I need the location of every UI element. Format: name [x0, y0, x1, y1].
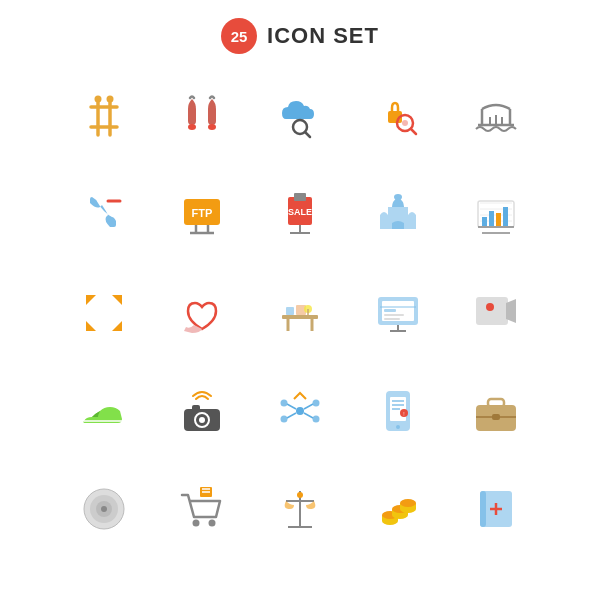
- svg-line-12: [411, 129, 416, 134]
- svg-line-9: [305, 132, 310, 137]
- wifi-camera-icon: [157, 366, 247, 456]
- mosque-icon: [353, 170, 443, 260]
- svg-rect-85: [492, 414, 500, 420]
- medical-book-icon: [451, 464, 541, 554]
- svg-point-63: [199, 417, 205, 423]
- page-title: Icon Set: [267, 23, 379, 49]
- svg-point-69: [313, 416, 320, 423]
- svg-line-72: [287, 413, 296, 418]
- svg-rect-37: [482, 217, 487, 226]
- svg-text:SALE: SALE: [288, 207, 312, 217]
- svg-point-4: [95, 96, 102, 103]
- svg-point-65: [296, 407, 304, 415]
- tools-icon: [59, 72, 149, 162]
- svg-rect-83: [488, 399, 504, 407]
- count-badge: 25: [221, 18, 257, 54]
- svg-rect-43: [282, 315, 318, 319]
- briefcase-icon: [451, 366, 541, 456]
- svg-point-90: [193, 520, 200, 527]
- svg-point-7: [208, 124, 216, 130]
- svg-line-70: [287, 404, 296, 409]
- network-icon: [255, 366, 345, 456]
- svg-point-89: [101, 506, 107, 512]
- page-header: 25 Icon Set: [221, 18, 379, 54]
- chart-icon: [451, 170, 541, 260]
- svg-rect-55: [384, 318, 400, 320]
- video-icon: [451, 268, 541, 358]
- ftp-icon: FTP: [157, 170, 247, 260]
- svg-point-76: [396, 425, 400, 429]
- svg-rect-49: [286, 307, 294, 315]
- cart-icon: [157, 464, 247, 554]
- svg-point-67: [313, 400, 320, 407]
- expand-icon: [59, 268, 149, 358]
- svg-point-107: [400, 499, 416, 507]
- cloud-search-icon: [255, 72, 345, 162]
- svg-rect-58: [476, 297, 508, 325]
- svg-rect-39: [496, 213, 501, 226]
- svg-text:FTP: FTP: [192, 207, 213, 219]
- svg-rect-64: [192, 405, 200, 411]
- security-search-icon: [353, 72, 443, 162]
- icon-grid: FTP SALE: [39, 72, 561, 554]
- svg-rect-54: [384, 314, 404, 316]
- svg-point-6: [188, 124, 196, 130]
- sale-icon: SALE: [255, 170, 345, 260]
- svg-point-13: [402, 120, 408, 126]
- monitor-icon: [353, 268, 443, 358]
- coins-icon: [353, 464, 443, 554]
- svg-point-66: [281, 400, 288, 407]
- shoe-icon: [59, 366, 149, 456]
- svg-point-60: [486, 303, 494, 311]
- justice-icon: [255, 464, 345, 554]
- disc-icon: [59, 464, 149, 554]
- svg-point-5: [107, 96, 114, 103]
- mobile-list-icon: !: [353, 366, 443, 456]
- svg-rect-109: [480, 491, 486, 527]
- svg-rect-40: [503, 207, 508, 226]
- desk-icon: [255, 268, 345, 358]
- svg-point-31: [394, 194, 402, 200]
- svg-marker-59: [506, 299, 516, 323]
- svg-point-98: [297, 492, 303, 498]
- svg-line-71: [304, 404, 313, 409]
- svg-line-73: [304, 413, 313, 418]
- bridge-icon: [451, 72, 541, 162]
- heart-hand-icon: [157, 268, 247, 358]
- svg-point-68: [281, 416, 288, 423]
- svg-rect-53: [384, 309, 396, 312]
- svg-text:!: !: [403, 411, 404, 417]
- svg-point-91: [209, 520, 216, 527]
- svg-rect-30: [294, 193, 306, 201]
- phone-minus-icon: [59, 170, 149, 260]
- earrings-icon: [157, 72, 247, 162]
- svg-rect-38: [489, 211, 494, 226]
